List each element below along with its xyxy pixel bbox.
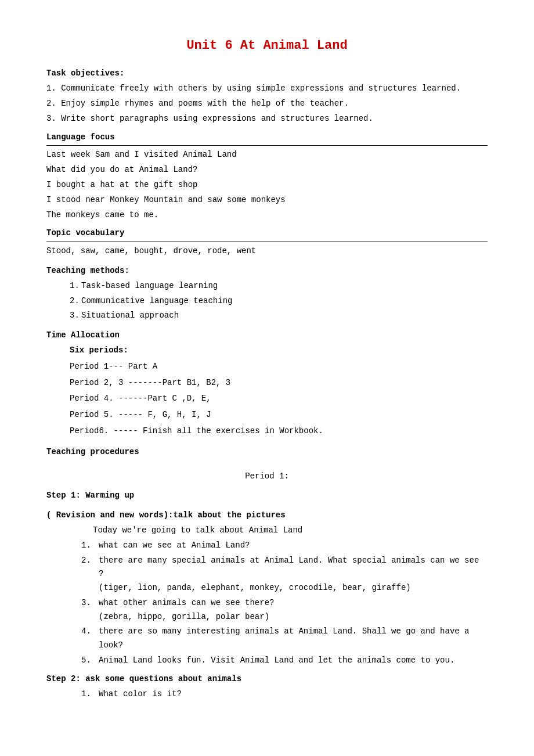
topic-vocabulary-heading: Topic vocabulary <box>46 226 488 242</box>
step1-num-5: 5. <box>81 654 99 668</box>
teaching-method-2: 2. Communicative language teaching <box>46 294 488 308</box>
language-focus-section: Language focus Last week Sam and I visit… <box>46 131 488 222</box>
task-obj-2: 2. Enjoy simple rhymes and poems with th… <box>46 97 488 111</box>
teaching-methods-heading: Teaching methods: <box>46 264 488 278</box>
step1-text-2: there are many special animals at Animal… <box>99 554 488 595</box>
revision-heading: ( Revision and new words):talk about the… <box>46 509 488 523</box>
period-1: Period 1--- Part A <box>46 360 488 374</box>
period-6: Period6. ----- Finish all the exercises … <box>46 424 488 438</box>
teaching-method-1: 1. Task-based language learning <box>46 279 488 293</box>
topic-vocabulary-text: Stood, saw, came, bought, drove, rode, w… <box>46 244 488 258</box>
task-objectives-heading: Task objectives: <box>46 67 488 81</box>
topic-vocabulary-section: Topic vocabulary Stood, saw, came, bough… <box>46 226 488 258</box>
time-allocation-heading: Time Allocation <box>46 329 488 343</box>
task-obj-3: 3. Write short paragraphs using expressi… <box>46 112 488 126</box>
step1-item-4: 4. there are so many interesting animals… <box>46 625 488 653</box>
today-intro: Today we're going to talk about Animal L… <box>46 524 488 538</box>
time-allocation-section: Time Allocation Six periods: Period 1---… <box>46 329 488 438</box>
step1-num-4: 4. <box>81 625 99 653</box>
teaching-method-3: 3. Situational approach <box>46 309 488 323</box>
method-text-1: Task-based language learning <box>81 279 488 293</box>
lang-focus-3: I bought a hat at the gift shop <box>46 178 488 192</box>
step1-text-4: there are so many interesting animals at… <box>99 625 488 653</box>
method-num-1: 1. <box>46 279 81 293</box>
method-num-2: 2. <box>46 294 81 308</box>
period1-label: Period 1: <box>46 470 488 484</box>
step1-num-2: 2. <box>81 554 99 595</box>
method-text-3: Situational approach <box>81 309 488 323</box>
step1-heading: Step 1: Warming up <box>46 489 488 503</box>
teaching-procedures-section: Teaching procedures Period 1: Step 1: Wa… <box>46 445 488 701</box>
teaching-methods-section: Teaching methods: 1. Task-based language… <box>46 264 488 323</box>
step1-num-1: 1. <box>81 539 99 553</box>
step1-text-1: what can we see at Animal Land? <box>99 539 488 553</box>
step1-item-3: 3. what other animals can we see there? … <box>46 596 488 624</box>
lang-focus-4: I stood near Monkey Mountain and saw som… <box>46 193 488 207</box>
task-obj-1: 1. Communicate freely with others by usi… <box>46 82 488 96</box>
period-2-3: Period 2, 3 -------Part B1, B2, 3 <box>46 376 488 390</box>
lang-focus-5: The monkeys came to me. <box>46 208 488 222</box>
six-periods-label: Six periods: <box>46 344 488 358</box>
step1-text-5: Animal Land looks fun. Visit Animal Land… <box>99 654 488 668</box>
step1-item-1: 1. what can we see at Animal Land? <box>46 539 488 553</box>
page-title: Unit 6 At Animal Land <box>46 35 488 56</box>
step2-item-1: 1. What color is it? <box>46 687 488 701</box>
step1-num-3: 3. <box>81 596 99 624</box>
lang-focus-1: Last week Sam and I visited Animal Land <box>46 148 488 162</box>
period-5: Period 5. ----- F, G, H, I, J <box>46 408 488 422</box>
step1-text-3: what other animals can we see there? (ze… <box>99 596 488 624</box>
method-num-3: 3. <box>46 309 81 323</box>
step2-num-1: 1. <box>81 687 99 701</box>
lang-focus-2: What did you do at Animal Land? <box>46 163 488 177</box>
step2-heading: Step 2: ask some questions about animals <box>46 672 488 686</box>
step1-item-2: 2. there are many special animals at Ani… <box>46 554 488 595</box>
teaching-procedures-heading: Teaching procedures <box>46 445 488 459</box>
language-focus-heading: Language focus <box>46 131 488 146</box>
method-text-2: Communicative language teaching <box>81 294 488 308</box>
period-4: Period 4. ------Part C ,D, E, <box>46 392 488 406</box>
step1-item-5: 5. Animal Land looks fun. Visit Animal L… <box>46 654 488 668</box>
task-objectives-section: Task objectives: 1. Communicate freely w… <box>46 67 488 125</box>
step2-text-1: What color is it? <box>99 687 488 701</box>
